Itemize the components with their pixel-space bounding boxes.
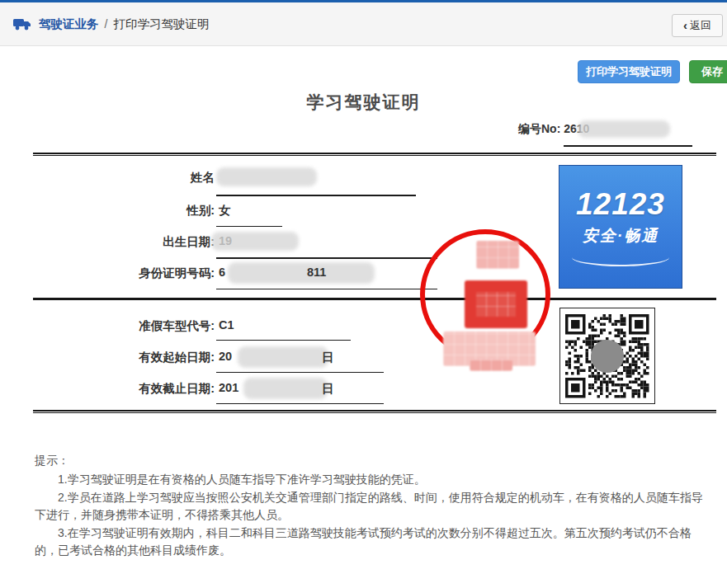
breadcrumb-separator: / (105, 17, 108, 31)
id-number-label: 身份证明号码: (33, 266, 215, 281)
birth-date-redaction (211, 232, 299, 251)
tips-item-1: 1.学习驾驶证明是在有资格的人员随车指导下准许学习驾驶技能的凭证。 (35, 471, 713, 488)
serial-label: 编号No: (518, 122, 560, 135)
tips-item-2: 2.学员在道路上学习驾驶应当按照公安机关交通管理部门指定的路线、时间，使用符合规… (35, 489, 713, 524)
valid-to-label: 有效截止日期: (33, 381, 215, 397)
save-button[interactable]: 保存 (689, 60, 727, 83)
name-underline (216, 195, 416, 196)
birth-date-label: 出生日期: (33, 234, 215, 250)
red-stamp-circle (420, 229, 550, 360)
qr-code (559, 308, 655, 404)
id-number-underline (216, 289, 437, 289)
middle-rule (33, 298, 716, 300)
valid-to-redaction (243, 378, 328, 399)
double-rule-bottom (33, 410, 716, 413)
valid-from-tail: 日 (322, 350, 334, 365)
logo-arc (572, 248, 669, 266)
chevron-left-icon: ‹ (683, 19, 687, 31)
id-number-prefix: 6 (219, 266, 225, 279)
valid-to-underline (216, 403, 384, 404)
gender-value: 女 (219, 203, 231, 219)
vehicle-type-underline (216, 340, 351, 341)
id-number-redaction (228, 262, 375, 284)
valid-to-tail: 日 (322, 381, 334, 397)
valid-to-prefix: 201 (219, 381, 238, 394)
back-button-label: 返回 (690, 18, 711, 33)
vehicle-type-label: 准假车型代号: (33, 318, 215, 334)
valid-from-label: 有效起始日期: (33, 350, 215, 365)
valid-from-underline (216, 372, 384, 373)
name-redaction (216, 167, 317, 186)
photo-mosaic-foot (470, 360, 512, 371)
breadcrumb-current: 打印学习驾驶证明 (113, 16, 209, 32)
app-12123-logo: 12123 安全·畅通 (559, 165, 682, 289)
serial-redaction (578, 120, 670, 138)
name-label: 姓名 (33, 170, 215, 186)
logo-number: 12123 (576, 187, 665, 222)
id-number-suffix: 811 (307, 266, 326, 279)
tips-section: 提示： 1.学习驾驶证明是在有资格的人员随车指导下准许学习驾驶技能的凭证。 2.… (35, 452, 713, 560)
print-certificate-button[interactable]: 打印学习驾驶证明 (578, 60, 680, 83)
gender-underline (216, 226, 282, 227)
birth-date-underline (216, 257, 437, 259)
double-rule-top (33, 153, 716, 156)
truck-icon (13, 17, 31, 31)
photo-mosaic-middle (465, 280, 527, 328)
valid-from-redaction (238, 346, 328, 368)
tips-heading: 提示： (35, 452, 713, 469)
serial-underline (564, 145, 692, 147)
back-button[interactable]: ‹ 返回 (672, 14, 723, 37)
breadcrumb: 驾驶证业务 / 打印学习驾驶证明 ‹ 返回 (0, 2, 727, 46)
qr-canvas (563, 312, 652, 401)
logo-slogan: 安全·畅通 (583, 225, 659, 247)
page-title: 学习驾驶证明 (0, 91, 727, 114)
tips-item-3: 3.在学习驾驶证明有效期内，科目二和科目三道路驾驶技能考试预约考试的次数分别不得… (35, 524, 713, 559)
valid-from-prefix: 20 (219, 350, 232, 363)
gender-label: 性别: (33, 203, 215, 219)
breadcrumb-root[interactable]: 驾驶证业务 (39, 16, 99, 32)
page: { "header": { "breadcrumb_root": "驾驶证业务"… (0, 0, 727, 588)
vehicle-type-value: C1 (219, 318, 234, 332)
photo-mosaic-top (476, 241, 519, 269)
